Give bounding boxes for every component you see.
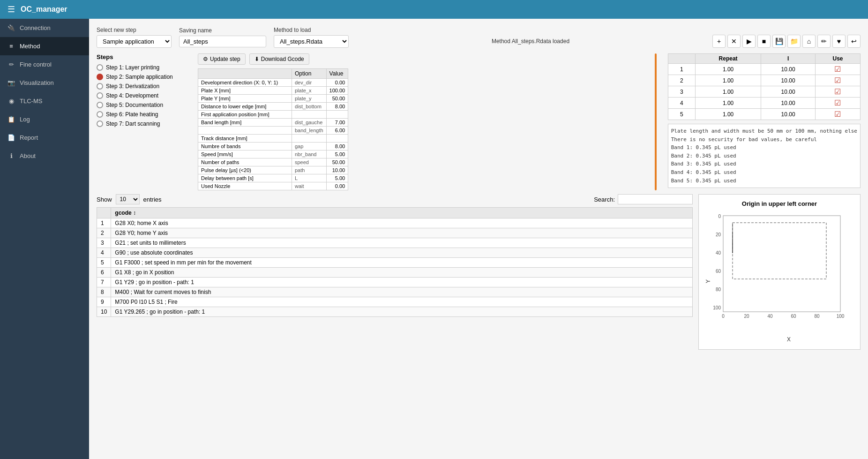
- params-section: ⚙ Update step ⬇ Download Gcode Option Va…: [198, 53, 644, 190]
- svg-text:60: 60: [716, 269, 721, 274]
- toolbar-icon-btn-0[interactable]: +: [712, 35, 726, 48]
- icon-buttons-row: +✕▶■💾📁⌂✏♥↩: [712, 35, 861, 48]
- sidebar-item-connection[interactable]: 🔌Connection: [0, 19, 89, 37]
- sidebar-item-tlc-ms[interactable]: ◉TLC-MS: [0, 92, 89, 110]
- right-panel: Repeat I Use 11.0010.00☑21.0010.00☑31.00…: [668, 53, 861, 190]
- gcode-search-input[interactable]: [618, 194, 693, 204]
- select-step-section: Select new step Sample application: [97, 27, 172, 48]
- bottom-row: Show 102550100 entries Search: gcode ↕: [97, 194, 861, 350]
- svg-text:20: 20: [716, 232, 721, 237]
- sidebar-item-visualization[interactable]: 📷Visualization: [0, 74, 89, 92]
- svg-text:80: 80: [814, 314, 820, 319]
- svg-text:0: 0: [718, 214, 721, 219]
- step-radio-6: [97, 111, 103, 118]
- chart-section: Origin in upper left corner Y X 0 20 40 …: [698, 194, 861, 350]
- svg-text:0: 0: [722, 314, 725, 319]
- params-row-7: Track distance [mm]: [198, 135, 348, 143]
- sidebar: 🔌Connection≡Method✏Fine control📷Visualiz…: [0, 19, 89, 459]
- gcode-col-num: [97, 208, 111, 218]
- svg-text:100: 100: [837, 314, 845, 319]
- repeat-row-0: 11.0010.00☑: [668, 64, 860, 75]
- connection-icon: 🔌: [7, 24, 15, 31]
- app-header: ☰ OC_manager: [0, 0, 868, 19]
- tlc-ms-icon: ◉: [7, 98, 15, 105]
- repeat-row-3: 41.0010.00☑: [668, 98, 860, 109]
- gcode-row-8: 9M700 P0 I10 L5 S1 ; Fire: [97, 297, 693, 307]
- svg-text:40: 40: [716, 250, 721, 256]
- toolbar-icon-btn-6[interactable]: ⌂: [802, 35, 816, 48]
- log-icon: 📋: [7, 116, 15, 123]
- step-item-7[interactable]: Step 7: Dart scanning: [97, 120, 190, 127]
- gcode-search: Search:: [594, 194, 693, 204]
- entries-label: entries: [143, 196, 162, 203]
- params-col-value: Value: [326, 69, 348, 79]
- params-row-12: Delay between path [s]L5.00: [198, 174, 348, 182]
- step-item-4[interactable]: Step 4: Development: [97, 92, 190, 99]
- gcode-row-2: 3G21 ; set units to millimeters: [97, 238, 693, 248]
- step-item-5[interactable]: Step 5: Documentation: [97, 102, 190, 108]
- content-area: Select new step Sample application Savin…: [89, 19, 868, 459]
- sidebar-item-about[interactable]: ℹAbout: [0, 147, 89, 165]
- params-row-1: Plate X [mm]plate_x100.00: [198, 87, 348, 95]
- download-icon: ⬇: [254, 56, 259, 62]
- toolbar-icon-btn-3[interactable]: ■: [757, 35, 771, 48]
- toolbar-icon-btn-8[interactable]: ♥: [832, 35, 846, 48]
- sidebar-item-log[interactable]: 📋Log: [0, 110, 89, 128]
- repeat-table: Repeat I Use 11.0010.00☑21.0010.00☑31.00…: [668, 53, 861, 120]
- update-step-button[interactable]: ⚙ Update step: [198, 53, 246, 65]
- select-step-dropdown[interactable]: Sample application: [97, 35, 172, 48]
- step-radio-4: [97, 92, 103, 99]
- download-gcode-button[interactable]: ⬇ Download Gcode: [249, 53, 309, 65]
- method-to-load-label: Method to load: [274, 27, 349, 33]
- step-item-6[interactable]: Step 6: Plate heating: [97, 111, 190, 118]
- method-loaded-text: Method All_steps.Rdata loaded: [492, 38, 569, 45]
- report-icon: 📄: [7, 134, 15, 141]
- sidebar-item-report[interactable]: 📄Report: [0, 128, 89, 147]
- use-checkbox[interactable]: ☑: [834, 76, 841, 84]
- step-item-3[interactable]: Step 3: Derivatization: [97, 83, 190, 90]
- toolbar-icon-btn-7[interactable]: ✏: [817, 35, 831, 48]
- params-row-9: Speed [mm/s]nbr_band5.00: [198, 150, 348, 158]
- app-title: OC_manager: [21, 5, 67, 14]
- saving-name-input[interactable]: [179, 36, 266, 47]
- step-item-1[interactable]: Step 1: Layer printing: [97, 64, 190, 71]
- toolbar-icon-btn-5[interactable]: 📁: [787, 35, 801, 48]
- menu-icon[interactable]: ☰: [7, 4, 15, 15]
- step-item-2[interactable]: Step 2: Sample application: [97, 74, 190, 80]
- svg-text:40: 40: [767, 314, 773, 319]
- gcode-controls: Show 102550100 entries Search:: [97, 194, 693, 204]
- repeat-row-2: 31.0010.00☑: [668, 86, 860, 98]
- saving-name-section: Saving name: [179, 27, 266, 47]
- info-text-box: Plate length and width must be 50 mm or …: [668, 124, 861, 188]
- params-col-label: [198, 69, 292, 79]
- orange-divider: [655, 53, 657, 190]
- sidebar-item-fine-control[interactable]: ✏Fine control: [0, 55, 89, 74]
- use-checkbox[interactable]: ☑: [834, 88, 841, 96]
- gcode-row-9: 10G1 Y29.265 ; go in position - path: 1: [97, 307, 693, 317]
- params-row-11: Pulse delay [µs] (<20)path10.00: [198, 166, 348, 174]
- params-row-4: First application position [mm]: [198, 111, 348, 119]
- chart-title: Origin in upper left corner: [704, 200, 854, 207]
- svg-text:Y: Y: [705, 279, 711, 283]
- params-row-8: Numbre of bandsgap8.00: [198, 143, 348, 150]
- select-step-label: Select new step: [97, 27, 172, 33]
- gcode-col-code[interactable]: gcode ↕: [111, 208, 693, 218]
- use-checkbox[interactable]: ☑: [834, 99, 841, 107]
- svg-text:60: 60: [791, 314, 796, 319]
- repeat-col-i: I: [761, 54, 816, 64]
- toolbar-icon-btn-9[interactable]: ↩: [847, 35, 861, 48]
- params-row-0: Development direction (X: 0, Y: 1)dev_di…: [198, 79, 348, 87]
- toolbar-icon-btn-2[interactable]: ▶: [742, 35, 756, 48]
- toolbar-icon-btn-4[interactable]: 💾: [772, 35, 786, 48]
- sidebar-item-method[interactable]: ≡Method: [0, 37, 89, 55]
- about-icon: ℹ: [7, 152, 15, 159]
- step-radio-1: [97, 64, 103, 71]
- use-checkbox[interactable]: ☑: [834, 110, 841, 118]
- repeat-col-num: [668, 54, 695, 64]
- visualization-icon: 📷: [7, 79, 15, 86]
- method-load-dropdown[interactable]: All_steps.Rdata: [274, 35, 349, 48]
- toolbar-icon-btn-1[interactable]: ✕: [727, 35, 741, 48]
- params-row-13: Used Nozzlewait0.00: [198, 182, 348, 190]
- show-entries-select[interactable]: 102550100: [116, 194, 140, 204]
- use-checkbox[interactable]: ☑: [834, 65, 841, 73]
